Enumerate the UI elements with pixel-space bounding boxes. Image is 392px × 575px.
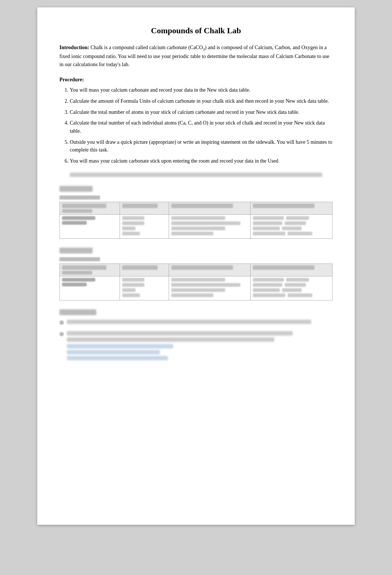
procedure-step-3: Calculate the total number of atoms in y… [70,108,333,116]
analysis-line3 [67,337,274,342]
col2-header-blurred [122,265,158,270]
cell-blurred [282,288,301,292]
new-stick-label-blurred [59,186,93,192]
used-stick-cell-1-4 [251,276,333,300]
cell-val-blurred [122,216,144,220]
analysis-title-blurred [59,309,96,315]
cell-blurred [288,232,312,235]
cell-blurred [253,232,285,235]
cell-blurred [288,293,312,297]
cell-val-blurred [122,283,144,287]
cell-val-blurred [171,216,225,220]
new-stick-table [59,202,333,239]
used-stick-cell-1-3 [169,276,251,300]
used-stick-col1-header [60,263,120,276]
new-stick-cell-1-1 [60,214,120,238]
cell-blurred-1 [62,216,95,220]
procedure-section: Procedure: You will mass your calcium ca… [59,76,333,165]
cell-val-blurred [122,221,144,225]
procedure-step-1: You will mass your calcium carbonate and… [70,86,333,94]
procedure-label: Procedure: [59,76,333,84]
cell-val-blurred [171,227,225,230]
procedure-step-4: Calculate the total number of each indiv… [70,119,333,135]
cell-blurred [285,283,306,287]
cell-val-blurred [171,221,241,225]
cell-val-blurred [171,288,225,292]
cell-blurred-2 [62,283,87,286]
procedure-list: You will mass your calcium carbonate and… [70,86,333,165]
procedure-step-5: Outside you will draw a quick picture (a… [70,138,333,154]
cell-val-blurred [171,293,214,297]
analysis-sub2 [67,350,160,354]
new-stick-col2-header [120,202,169,214]
cell-val-blurred [122,288,135,292]
new-stick-sublabel [59,195,100,200]
new-stick-section [59,186,333,239]
used-stick-row-1 [60,276,333,300]
cell-blurred [282,227,301,230]
col1-header-blurred [62,265,106,270]
used-stick-col4-header [251,263,333,276]
used-stick-label-blurred [59,248,93,254]
used-stick-cell-1-2 [120,276,169,300]
cell-blurred [253,278,283,282]
new-stick-col4-header [251,202,333,214]
used-stick-cell-1-1 [60,276,120,300]
cell-blurred [253,283,282,287]
used-stick-sublabel [59,257,100,261]
new-stick-col3-header [169,202,251,214]
col1-header-sub [62,209,92,213]
cell-blurred [286,216,309,220]
bullet-blurred [59,332,64,336]
procedure-step-6: You will mass your calcium carbonate sti… [70,157,333,165]
new-stick-col1-header [60,202,120,214]
bullet-blurred [59,320,64,325]
analysis-section [59,309,333,362]
analysis-line1 [67,320,311,324]
cell-val-blurred [171,232,214,235]
analysis-item-1 [59,320,333,326]
introduction-text: Chalk is a compound called calcium carbo… [59,45,329,67]
cell-blurred [253,288,280,292]
introduction-label: Introduction: [59,45,89,50]
cell-val-blurred [171,278,225,282]
cell-val-blurred [122,232,140,235]
cell-blurred [253,221,282,225]
used-stick-col3-header [169,263,251,276]
page-container: Compounds of Chalk Lab Introduction: Cha… [37,7,355,525]
cell-blurred [285,221,306,225]
cell-val-blurred [122,293,140,297]
step7-blurred-line [70,173,322,177]
col1-header-blurred [62,204,106,208]
used-stick-col2-header [120,263,169,276]
used-stick-table [59,263,333,300]
cell-blurred [286,278,309,282]
col2-header-blurred [122,204,158,208]
cell-blurred-1 [62,278,95,282]
analysis-sub3 [67,356,168,360]
cell-blurred-2 [62,221,87,225]
used-stick-section [59,248,333,300]
procedure-step-2: Calculate the amount of Formula Units of… [70,97,333,105]
col1-header-sub [62,271,92,275]
new-stick-cell-1-4 [251,214,333,238]
analysis-sub1 [67,344,173,348]
analysis-line2 [67,331,293,336]
col3-header-blurred [171,265,233,270]
cell-blurred [253,227,280,230]
introduction-section: Introduction: Chalk is a compound called… [59,44,333,68]
col4-header-blurred [253,265,314,270]
col3-header-blurred [171,204,233,208]
cell-blurred [253,293,285,297]
cell-blurred [253,216,283,220]
cell-val-blurred [171,283,241,287]
analysis-item-2 [59,331,333,362]
cell-val-blurred [122,278,144,282]
cell-val-blurred [122,227,135,230]
new-stick-row-1 [60,214,333,238]
new-stick-cell-1-3 [169,214,251,238]
col4-header-blurred [253,204,314,208]
new-stick-cell-1-2 [120,214,169,238]
page-title: Compounds of Chalk Lab [59,26,333,35]
